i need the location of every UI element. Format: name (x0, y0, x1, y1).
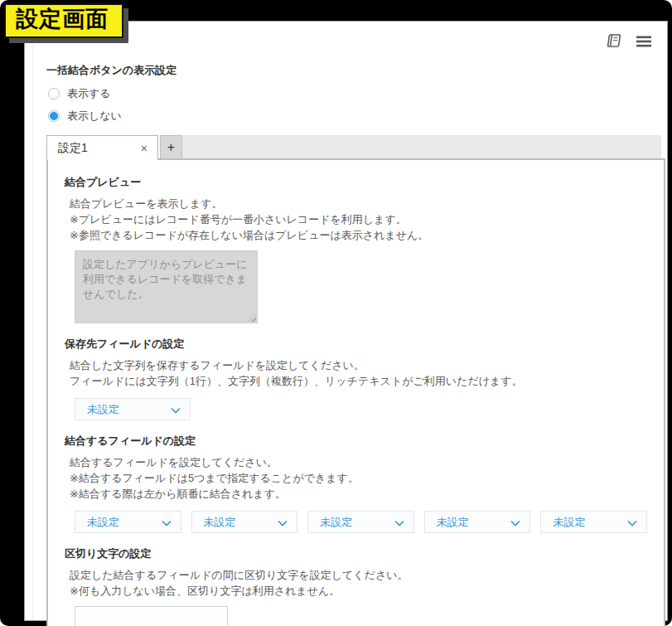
radio-option-show-label: 表示する (67, 86, 111, 101)
save-field-description-2: フィールドには文字列（1行）、文字列（複数行）、リッチテキストがご利用いただけま… (70, 374, 647, 388)
settings-content: 一括結合ボタンの表示設定 表示する 表示しない 設定1 × + 結合プレビュー … (25, 22, 667, 626)
join-field-dropdown-4[interactable]: 未設定 (424, 511, 531, 533)
tab-strip-background (182, 135, 661, 158)
chevron-down-icon (394, 515, 404, 530)
screenshot-frame: 設定画面 (0, 0, 672, 626)
chevron-down-icon (627, 515, 637, 530)
join-field-dropdown-5[interactable]: 未設定 (540, 511, 647, 533)
save-field-dropdown-value: 未設定 (87, 402, 119, 417)
chevron-down-icon (278, 515, 288, 530)
chevron-down-icon (510, 515, 520, 530)
chevron-down-icon (171, 402, 181, 417)
join-fields-description-2: ※結合するフィールドは5つまで指定することができます。 (70, 471, 647, 485)
join-field-dropdown-1[interactable]: 未設定 (75, 511, 181, 533)
preview-section-heading: 結合プレビュー (65, 175, 647, 190)
join-field-dropdown-3-value: 未設定 (320, 515, 352, 530)
join-field-dropdown-5-value: 未設定 (553, 515, 585, 530)
delimiter-section-heading: 区切り文字の設定 (65, 546, 647, 561)
delimiter-description-2: ※何も入力しない場合、区切り文字は利用されません。 (70, 584, 647, 598)
display-setting-heading: 一括結合ボタンの表示設定 (46, 63, 661, 78)
preview-description-3: ※参照できるレコードが存在しない場合はプレビューは表示されません。 (70, 228, 647, 242)
join-fields-section-heading: 結合するフィールドの設定 (65, 434, 647, 449)
radio-option-hide[interactable]: 表示しない (48, 109, 661, 124)
settings-panel: 結合プレビュー 結合プレビューを表示します。 ※プレビューにはレコード番号が一番… (46, 158, 665, 626)
book-icon[interactable] (605, 33, 622, 49)
radio-checked-icon[interactable] (48, 110, 60, 122)
preview-message-box: 設定したアプリからプレビューに利用できるレコードを取得できませんでした。 (75, 250, 258, 323)
delimiter-input[interactable] (75, 606, 228, 626)
delimiter-description-1: 設定した結合するフィールドの間に区切り文字を設定してください。 (70, 568, 647, 582)
join-field-dropdown-2[interactable]: 未設定 (191, 511, 298, 533)
chevron-down-icon (162, 515, 172, 530)
tab-close-icon[interactable]: × (139, 142, 149, 155)
join-field-dropdown-4-value: 未設定 (437, 515, 469, 530)
tab-settings-1-label: 設定1 (58, 141, 88, 156)
join-field-dropdown-2-value: 未設定 (204, 515, 236, 530)
radio-option-hide-label: 表示しない (67, 109, 122, 124)
annotation-label: 設定画面 (4, 3, 123, 38)
menu-icon[interactable] (636, 35, 652, 48)
save-field-dropdown[interactable]: 未設定 (75, 398, 191, 420)
join-field-dropdown-3[interactable]: 未設定 (307, 511, 414, 533)
save-field-description-1: 結合した文字列を保存するフィールドを設定してください。 (70, 358, 647, 372)
join-fields-dropdown-row: 未設定 未設定 未設定 未設定 (75, 511, 647, 533)
tab-bar: 設定1 × + (46, 133, 661, 158)
tab-settings-1[interactable]: 設定1 × (46, 135, 158, 160)
save-field-section-heading: 保存先フィールドの設定 (65, 337, 647, 352)
tab-add-button[interactable]: + (160, 135, 182, 158)
settings-window: 一括結合ボタンの表示設定 表示する 表示しない 設定1 × + 結合プレビュー … (24, 21, 668, 621)
preview-description-1: 結合プレビューを表示します。 (70, 197, 647, 211)
join-field-dropdown-1-value: 未設定 (87, 515, 119, 530)
resize-grip-icon (249, 314, 256, 322)
window-toolbar (605, 33, 652, 49)
join-fields-description-3: ※結合する際は左から順番に結合されます。 (70, 487, 647, 501)
preview-description-2: ※プレビューにはレコード番号が一番小さいレコードを利用します。 (70, 212, 647, 226)
preview-message-text: 設定したアプリからプレビューに利用できるレコードを取得できませんでした。 (83, 258, 248, 300)
radio-unchecked-icon[interactable] (48, 88, 60, 99)
radio-option-show[interactable]: 表示する (48, 86, 661, 101)
join-fields-description-1: 結合するフィールドを設定してください。 (70, 455, 647, 469)
